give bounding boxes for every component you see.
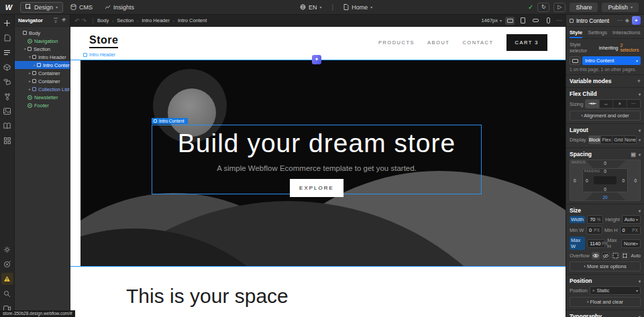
min-w-unit[interactable]: PX — [594, 228, 600, 233]
tree-item-section[interactable]: ▾Section — [15, 45, 70, 53]
expand-arrow-icon[interactable]: ▸ — [28, 87, 32, 91]
max-h-select[interactable]: None▾ — [621, 239, 641, 248]
search-icon[interactable] — [1, 288, 13, 300]
page-switcher[interactable]: Home ▾ — [339, 3, 377, 12]
width-unit[interactable]: % — [597, 217, 601, 222]
display-block-button[interactable]: Block — [589, 136, 601, 143]
chevron-down-icon[interactable]: ▾ — [639, 208, 641, 213]
height-select[interactable]: Auto▾ — [622, 215, 641, 224]
add-element-icon[interactable] — [1, 17, 13, 29]
expand-arrow-icon[interactable]: ▾ — [28, 55, 32, 59]
tree-item-newsletter[interactable]: +Newsletter — [15, 93, 70, 101]
overflow-auto-button[interactable]: Auto — [631, 253, 641, 258]
tree-item-navigation[interactable]: +Navigation — [15, 37, 70, 45]
padding-bottom-value[interactable]: 0 — [604, 187, 606, 192]
undo-icon[interactable]: ↶ — [74, 17, 82, 24]
share-button[interactable]: Share — [570, 3, 598, 12]
more-size-options-button[interactable]: › More size options — [570, 261, 641, 271]
section-heading[interactable]: This is your space — [126, 285, 288, 308]
libraries-icon[interactable] — [1, 120, 13, 132]
min-h-input[interactable]: 0PX — [620, 226, 641, 235]
variables-icon[interactable] — [1, 90, 13, 103]
nav-link-about[interactable]: ABOUT — [427, 40, 449, 46]
chevron-down-icon[interactable]: ▾ — [639, 137, 641, 142]
alignment-order-button[interactable]: › Alignment and order — [570, 111, 641, 121]
margin-left-value[interactable]: 0 — [574, 178, 576, 183]
padding-top-value[interactable]: 0 — [604, 169, 606, 174]
debug-icon[interactable] — [1, 258, 13, 270]
overflow-visible-eye-icon[interactable] — [592, 252, 600, 259]
overflow-clip-icon[interactable] — [621, 252, 629, 259]
tree-item-body[interactable]: Body — [15, 29, 70, 37]
viewport-width-dropdown[interactable]: 1467px▾ — [481, 17, 502, 23]
add-element-handle-icon[interactable]: ✦ — [312, 55, 321, 64]
cms-button[interactable]: CMS — [66, 3, 97, 12]
tree-item-container[interactable]: ▸Container — [15, 77, 70, 85]
margin-right-value[interactable]: 0 — [634, 178, 637, 183]
settings-gear-icon[interactable] — [1, 243, 13, 255]
assets-icon[interactable] — [1, 76, 13, 88]
sizing-shrink-icon[interactable]: ⇥⇤ — [586, 100, 599, 108]
class-selector-input[interactable]: Intro Content ▾ — [582, 56, 641, 65]
tab-style[interactable]: Style — [570, 27, 582, 38]
sizing-grow-icon[interactable]: ↔ — [600, 100, 613, 108]
padding-right-value[interactable]: 0 — [622, 178, 625, 183]
margin-bottom-value[interactable]: 20 — [602, 195, 607, 200]
tree-item-intro-header[interactable]: ▾Intro Header — [15, 53, 70, 61]
intro-header-selection-label[interactable]: Intro Header — [83, 52, 115, 57]
nav-link-contact[interactable]: CONTACT — [462, 40, 493, 46]
design-mode-button[interactable]: Design ▾ — [20, 2, 63, 13]
expand-arrow-icon[interactable]: ▸ — [28, 71, 32, 75]
navigator-icon[interactable] — [1, 46, 13, 58]
chevron-down-icon[interactable]: ▾ — [639, 279, 641, 283]
tree-item-footer[interactable]: +Footer — [15, 101, 70, 109]
more-breakpoints-icon[interactable]: ⋯ — [556, 17, 561, 23]
preview-play-icon[interactable]: ▷ — [553, 3, 566, 12]
breakpoint-phone-portrait-icon[interactable] — [543, 17, 553, 25]
collapse-all-icon[interactable] — [53, 17, 58, 23]
breadcrumb-intro-content[interactable]: Intro Content — [178, 17, 207, 23]
breakpoint-tablet-icon[interactable] — [518, 17, 527, 25]
max-w-input[interactable]: 1140PX — [587, 239, 605, 248]
breakpoint-phone-landscape-icon[interactable] — [531, 17, 540, 25]
add-variable-mode-icon[interactable]: + — [637, 78, 641, 84]
display-flex-button[interactable]: Flex — [601, 136, 613, 143]
sizing-none-icon[interactable]: × — [613, 100, 627, 108]
webflow-logo-icon[interactable]: W — [0, 3, 17, 11]
tree-item-intro-content[interactable]: ▸Intro Content — [15, 61, 70, 69]
display-none-button[interactable]: None — [625, 136, 636, 143]
redo-icon[interactable]: ↷ — [82, 17, 89, 24]
audit-warning-icon[interactable] — [1, 273, 13, 285]
min-h-unit[interactable]: PX — [632, 228, 638, 233]
hero-title[interactable]: Build your dream store — [152, 129, 481, 158]
breakpoint-indicator-icon[interactable] — [570, 56, 580, 65]
pin-icon[interactable] — [61, 17, 66, 23]
apps-icon[interactable] — [1, 135, 13, 147]
position-select[interactable]: ×Static▾ — [590, 286, 641, 295]
explore-button[interactable]: EXPLORE — [290, 179, 343, 197]
padding-left-value[interactable]: 0 — [586, 178, 588, 183]
intro-content-selection-tag[interactable]: Intro Content — [152, 118, 188, 124]
float-clear-button[interactable]: › Float and clear — [570, 297, 641, 307]
hero-subtitle[interactable]: A simple Webflow Ecommerce template to g… — [152, 164, 481, 172]
nav-link-products[interactable]: PRODUCTS — [378, 40, 415, 46]
margin-top-value[interactable]: 0 — [604, 161, 606, 166]
tree-item-container[interactable]: ▸Container — [15, 69, 70, 77]
media-icon[interactable] — [1, 105, 13, 117]
tree-item-collection-list[interactable]: ▸Collection List Wra... — [15, 85, 70, 93]
publish-button[interactable]: Publish ▾ — [602, 3, 639, 12]
tab-interactions[interactable]: Interactions — [612, 27, 640, 38]
expand-arrow-icon[interactable]: ▾ — [23, 47, 28, 51]
cart-button[interactable]: CART 3 — [506, 34, 547, 51]
sizing-custom-icon[interactable]: ⋯ — [627, 100, 640, 108]
spacing-settings-icon[interactable]: ▣ — [631, 151, 636, 157]
breadcrumb-body[interactable]: Body — [97, 17, 109, 23]
breadcrumb-intro-header[interactable]: Intro Header — [142, 17, 170, 23]
language-switcher[interactable]: EN ▾ — [295, 3, 327, 12]
breakpoint-desktop-icon[interactable] — [505, 17, 515, 25]
components-icon[interactable] — [1, 61, 13, 73]
pages-icon[interactable] — [1, 31, 13, 44]
create-component-icon[interactable]: ◈ — [625, 17, 629, 23]
ai-assistant-icon[interactable]: ✦ — [632, 16, 641, 25]
overflow-hidden-eye-off-icon[interactable] — [602, 252, 610, 259]
